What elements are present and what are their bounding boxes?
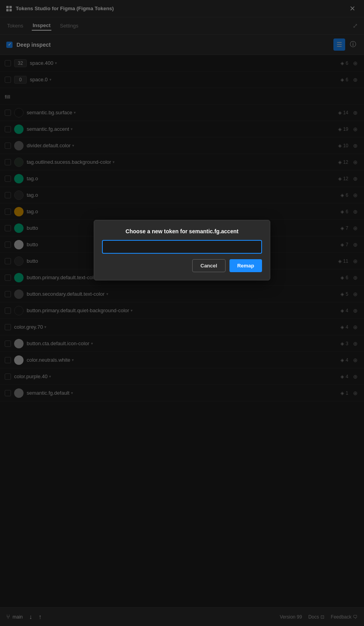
layers-icon: ◈ <box>338 159 342 165</box>
row-checkbox[interactable] <box>5 357 11 363</box>
layers-icon: ◈ <box>338 110 342 115</box>
docs-link[interactable]: Docs ⊡ <box>308 614 324 620</box>
target-icon[interactable]: ⊕ <box>351 290 359 298</box>
section-label: fill <box>5 94 10 100</box>
feedback-icon: 🗨 <box>353 614 358 620</box>
layers-icon: ◈ <box>340 242 344 247</box>
chevron-down-icon: ▾ <box>49 374 51 379</box>
row-checkbox[interactable] <box>5 275 11 281</box>
chevron-down-icon: ▾ <box>131 308 133 313</box>
row-checkbox[interactable] <box>5 60 11 66</box>
target-icon[interactable]: ⊕ <box>351 208 359 216</box>
token-name: button.primary.default.quiet-background-… <box>27 308 329 313</box>
row-checkbox[interactable] <box>5 340 11 347</box>
expand-icon[interactable]: ⤢ <box>353 22 358 29</box>
token-name: color.grey.70 ▾ <box>14 324 329 330</box>
target-icon[interactable]: ⊕ <box>351 158 359 166</box>
token-name: button.cta.default.icon-color ▾ <box>27 340 329 346</box>
table-row: button.secondary.default.text-color ▾ ◈ … <box>0 286 364 302</box>
row-checkbox[interactable] <box>5 373 11 380</box>
row-checkbox[interactable] <box>5 390 11 396</box>
info-button[interactable]: ⓘ <box>348 39 358 50</box>
layer-count: ◈ 6 <box>333 60 348 66</box>
app-grid-icon <box>6 6 12 11</box>
row-checkbox[interactable] <box>5 291 11 297</box>
layers-icon: ◈ <box>338 126 342 132</box>
chevron-down-icon: ▾ <box>106 292 108 296</box>
target-icon[interactable]: ⊕ <box>351 340 359 348</box>
new-token-input[interactable] <box>102 240 262 254</box>
layer-count: ◈ 6 <box>333 209 348 214</box>
target-icon[interactable]: ⊕ <box>351 175 359 183</box>
target-icon[interactable]: ⊕ <box>351 76 359 84</box>
layers-icon: ◈ <box>338 143 342 148</box>
target-icon[interactable]: ⊕ <box>351 109 359 117</box>
layer-count: ◈ 5 <box>333 291 348 297</box>
color-swatch <box>14 289 24 299</box>
download-button[interactable]: ↓ <box>27 612 34 622</box>
row-checkbox[interactable] <box>5 308 11 314</box>
footer: ⑂ main ↓ ↑ Version 99 Docs ⊡ Feedback 🗨 <box>0 607 364 626</box>
row-checkbox[interactable] <box>5 143 11 149</box>
target-icon[interactable]: ⊕ <box>351 274 359 282</box>
target-icon[interactable]: ⊕ <box>351 257 359 265</box>
token-name: color.purple.40 ▾ <box>14 373 329 379</box>
target-icon[interactable]: ⊕ <box>351 307 359 315</box>
table-row: 0 space.0 ▾ ◈ 6 ⊕ <box>0 71 364 88</box>
target-icon[interactable]: ⊕ <box>351 356 359 364</box>
target-icon[interactable]: ⊕ <box>351 389 359 397</box>
target-icon[interactable]: ⊕ <box>351 142 359 150</box>
color-swatch <box>14 339 24 348</box>
row-checkbox[interactable] <box>5 258 11 264</box>
target-icon[interactable]: ⊕ <box>351 191 359 199</box>
target-icon[interactable]: ⊕ <box>351 373 359 381</box>
tab-settings[interactable]: Settings <box>59 21 79 30</box>
version-label: Version 99 <box>280 614 302 620</box>
deep-inspect-bar: Deep inspect ☰ ⓘ <box>0 35 364 55</box>
feedback-link[interactable]: Feedback 🗨 <box>331 614 358 620</box>
close-button[interactable]: ✕ <box>347 4 358 13</box>
remap-button[interactable]: Remap <box>229 259 262 272</box>
color-swatch <box>14 355 24 365</box>
row-checkbox[interactable] <box>5 192 11 198</box>
layer-count: ◈ 19 <box>333 126 348 132</box>
feedback-label: Feedback <box>331 614 351 620</box>
row-checkbox[interactable] <box>5 159 11 165</box>
row-checkbox[interactable] <box>5 110 11 116</box>
target-icon[interactable]: ⊕ <box>351 59 359 67</box>
row-checkbox[interactable] <box>5 209 11 215</box>
row-checkbox[interactable] <box>5 225 11 231</box>
list-view-button[interactable]: ☰ <box>333 38 345 51</box>
target-icon[interactable]: ⊕ <box>351 125 359 133</box>
footer-right: Version 99 Docs ⊡ Feedback 🗨 <box>280 614 358 620</box>
tab-tokens[interactable]: Tokens <box>6 21 24 30</box>
token-name: color.neutrals.white ▾ <box>27 357 329 363</box>
target-icon[interactable]: ⊕ <box>351 323 359 331</box>
table-row: button.cta.default.icon-color ▾ ◈ 3 ⊕ <box>0 335 364 352</box>
layers-icon: ◈ <box>340 341 344 346</box>
chevron-down-icon: ▾ <box>55 61 57 65</box>
row-checkbox[interactable] <box>5 126 11 132</box>
modal-title: Choose a new token for semantic.fg.accen… <box>102 228 262 234</box>
table-row: tag.outlined.sucess.background-color ▾ ◈… <box>0 154 364 170</box>
target-icon[interactable]: ⊕ <box>351 241 359 249</box>
layers-icon: ◈ <box>340 77 344 82</box>
row-checkbox[interactable] <box>5 77 11 83</box>
row-checkbox[interactable] <box>5 242 11 248</box>
layer-count: ◈ 4 <box>333 308 348 313</box>
upload-button[interactable]: ↑ <box>37 612 43 622</box>
table-row: button.primary.default.quiet-background-… <box>0 302 364 319</box>
color-swatch <box>14 388 24 398</box>
token-value: 32 <box>14 59 27 67</box>
row-checkbox[interactable] <box>5 176 11 182</box>
target-icon[interactable]: ⊕ <box>351 224 359 232</box>
row-checkbox[interactable] <box>5 324 11 330</box>
color-swatch <box>14 124 24 134</box>
deep-inspect-checkbox[interactable] <box>6 42 13 48</box>
tab-inspect[interactable]: Inspect <box>32 21 51 31</box>
cancel-button[interactable]: Cancel <box>192 259 226 272</box>
chevron-down-icon: ▾ <box>49 77 51 82</box>
deep-inspect-label: Deep inspect <box>16 42 51 48</box>
layer-count: ◈ 6 <box>333 275 348 280</box>
chevron-down-icon: ▾ <box>113 160 115 164</box>
